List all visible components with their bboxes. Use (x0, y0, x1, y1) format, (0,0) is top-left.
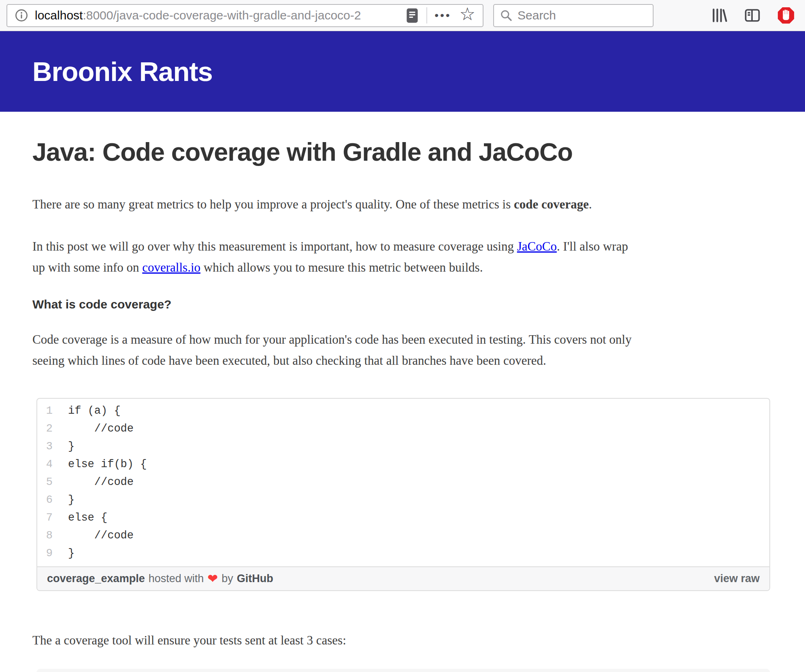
url-path: :8000/java-code-coverage-with-gradle-and… (83, 9, 361, 22)
jacoco-link[interactable]: JaCoCo (517, 239, 557, 253)
gist-code-area: 1if (a) { 2 //code 3} 4else if(b) { 5 //… (37, 399, 769, 566)
code-line: 9} (37, 544, 147, 562)
search-bar[interactable] (493, 4, 654, 27)
site-header: Broonix Rants (0, 31, 805, 112)
code-text: if (a) { (53, 402, 147, 420)
site-info-icon[interactable] (15, 9, 28, 22)
subheading-what-is-code-coverage: What is code coverage? (32, 298, 773, 311)
coveralls-link[interactable]: coveralls.io (142, 260, 200, 274)
view-raw-link[interactable]: view raw (714, 572, 760, 585)
url-domain: localhost (35, 9, 83, 22)
gist-by-text: by (221, 572, 233, 585)
line-number: 5 (37, 473, 53, 491)
browser-toolbar: localhost:8000/java-code-coverage-with-g… (0, 0, 805, 31)
paragraph-text: . (589, 197, 592, 211)
code-text: } (53, 491, 147, 509)
gist-filename-link[interactable]: coverage_example (47, 572, 145, 585)
code-text: //code (53, 420, 147, 438)
line-number: 2 (37, 420, 53, 438)
code-line: 6} (37, 491, 147, 509)
line-number: 8 (37, 527, 53, 544)
urlbar-separator (426, 7, 427, 23)
next-code-block-top (36, 669, 770, 672)
url-text: localhost:8000/java-code-coverage-with-g… (35, 9, 361, 22)
paragraph-intro: There are so many great metrics to help … (32, 194, 640, 215)
page-actions-icon[interactable]: ••• (434, 10, 451, 21)
paragraph-definition: Code coverage is a measure of how much f… (32, 329, 640, 371)
code-line: 2 //code (37, 420, 147, 438)
heart-icon: ❤ (207, 572, 218, 585)
article-title: Java: Code coverage with Gradle and JaCo… (32, 138, 773, 166)
adblocker-icon[interactable] (777, 6, 795, 25)
code-text: } (53, 438, 147, 455)
paragraph-overview: In this post we will go over why this me… (32, 236, 640, 278)
paragraph-text: There are so many great metrics to help … (32, 197, 514, 211)
code-line: 5 //code (37, 473, 147, 491)
search-icon (500, 9, 513, 22)
paragraph-text: In this post we will go over why this me… (32, 239, 517, 253)
code-text: //code (53, 527, 147, 544)
gist-meta: coverage_example hosted with ❤ by GitHub (47, 572, 273, 585)
line-number: 6 (37, 491, 53, 509)
gist-embed: 1if (a) { 2 //code 3} 4else if(b) { 5 //… (36, 398, 770, 591)
gist-footer: coverage_example hosted with ❤ by GitHub… (37, 566, 769, 590)
code-text: //code (53, 473, 147, 491)
code-line: 4else if(b) { (37, 455, 147, 473)
code-text: else { (53, 509, 147, 527)
code-line: 3} (37, 438, 147, 455)
line-number: 9 (37, 544, 53, 562)
gist-code-table: 1if (a) { 2 //code 3} 4else if(b) { 5 //… (37, 402, 147, 562)
github-link[interactable]: GitHub (237, 572, 273, 585)
library-icon[interactable] (710, 6, 728, 24)
reader-mode-icon[interactable] (405, 7, 419, 24)
bookmark-star-icon[interactable]: ☆ (460, 5, 475, 23)
code-text: } (53, 544, 147, 562)
toolbar-icon-group (710, 6, 799, 25)
paragraph-cases: The a coverage tool will ensure your tes… (32, 630, 640, 651)
code-line: 8 //code (37, 527, 147, 544)
search-input[interactable] (518, 9, 674, 22)
code-line: 7else { (37, 509, 147, 527)
line-number: 7 (37, 509, 53, 527)
line-number: 4 (37, 455, 53, 473)
article: Java: Code coverage with Gradle and JaCo… (0, 138, 805, 672)
paragraph-text: which allows you to mesure this metric b… (200, 260, 483, 274)
code-text: else if(b) { (53, 455, 147, 473)
code-line: 1if (a) { (37, 402, 147, 420)
line-number: 3 (37, 438, 53, 455)
line-number: 1 (37, 402, 53, 420)
url-bar[interactable]: localhost:8000/java-code-coverage-with-g… (6, 4, 483, 27)
gist-hosted-text: hosted with (149, 572, 204, 585)
bold-text: code coverage (514, 197, 589, 211)
sidebar-toggle-icon[interactable] (743, 6, 761, 24)
site-title: Broonix Rants (32, 56, 213, 87)
